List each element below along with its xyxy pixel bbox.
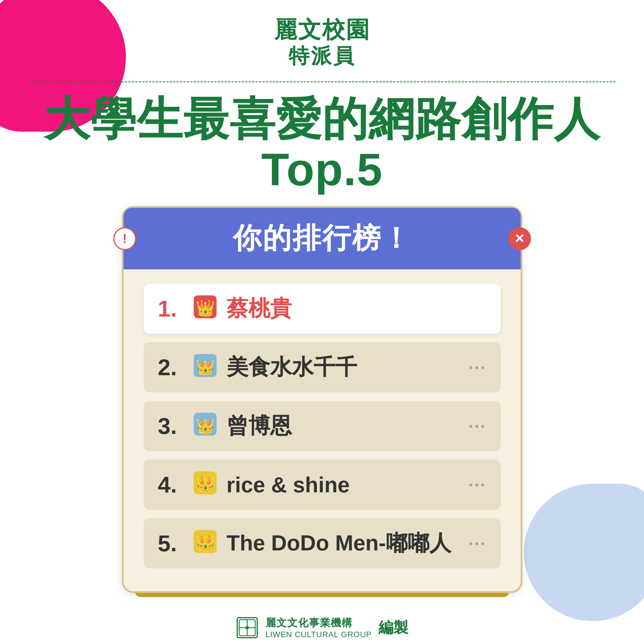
svg-text:👑: 👑: [195, 416, 215, 435]
svg-text:👑: 👑: [195, 299, 215, 317]
rank-name-1: 蔡桃貴: [227, 294, 486, 324]
close-icon[interactable]: ✕: [508, 227, 531, 250]
rank-number-5: 5.: [158, 530, 184, 557]
svg-text:👑: 👑: [195, 358, 215, 376]
svg-point-14: [245, 626, 249, 629]
ranking-item-5: 5. 👑 The DoDo Men-嘟嘟人 ···: [144, 518, 501, 568]
card-title: 你的排行榜！: [233, 219, 411, 258]
rank-crown-5: 👑: [192, 529, 218, 558]
ranking-item-1: 1. 👑 蔡桃貴: [144, 283, 501, 334]
header-area: 麗文校園 特派員 大學生最喜愛的網路創作人 Top.5: [0, 17, 644, 206]
rank-crown-4: 👑: [192, 470, 218, 500]
card-header-bar: ! 你的排行榜！ ✕: [124, 208, 521, 269]
footer: 麗文文化事業機構 LIWEN CULTURAL GROUP 編製: [236, 616, 409, 639]
logo-line1: 麗文校園: [274, 17, 370, 42]
rank-dots-3: ···: [468, 416, 486, 436]
footer-compiled-label: 編製: [379, 618, 408, 638]
logo-area: 麗文校園 特派員: [274, 17, 370, 70]
svg-text:👑: 👑: [195, 475, 215, 494]
footer-company-en: LIWEN CULTURAL GROUP: [265, 630, 372, 639]
footer-text-area: 麗文文化事業機構 LIWEN CULTURAL GROUP: [265, 616, 372, 639]
svg-text:👑: 👑: [195, 534, 215, 552]
ranking-item-3: 3. 👑 曾博恩 ···: [144, 401, 501, 451]
rank-dots-2: ···: [468, 358, 486, 377]
main-title: 大學生最喜愛的網路創作人 Top.5: [29, 94, 615, 195]
ranking-card: ! 你的排行榜！ ✕ 1. 👑 蔡桃貴: [122, 206, 522, 593]
ranking-item-4: 4. 👑 rice & shine ···: [144, 460, 501, 510]
rank-number-1: 1.: [158, 296, 184, 322]
rank-name-3: 曾博恩: [227, 411, 460, 441]
ranking-list: 1. 👑 蔡桃貴 2. 👑: [124, 269, 521, 574]
footer-logo-icon: [236, 616, 259, 639]
rank-crown-3: 👑: [192, 411, 218, 441]
logo-line2: 特派員: [289, 42, 356, 70]
ranking-item-2: 2. 👑 美食水水千千 ···: [144, 342, 501, 393]
rank-name-2: 美食水水千千: [227, 353, 460, 382]
footer-company-zh: 麗文文化事業機構: [265, 616, 352, 630]
rank-name-5: The DoDo Men-嘟嘟人: [227, 529, 460, 558]
rank-crown-1: 👑: [192, 294, 218, 324]
rank-dots-5: ···: [468, 534, 486, 553]
rank-number-4: 4.: [158, 472, 184, 498]
rank-crown-2: 👑: [192, 353, 218, 382]
rank-dots-4: ···: [468, 475, 486, 495]
rank-number-2: 2.: [158, 354, 184, 381]
alert-icon: !: [113, 227, 136, 250]
rank-number-3: 3.: [158, 413, 184, 439]
dashed-line-top: [29, 81, 615, 82]
rank-name-4: rice & shine: [227, 472, 460, 497]
